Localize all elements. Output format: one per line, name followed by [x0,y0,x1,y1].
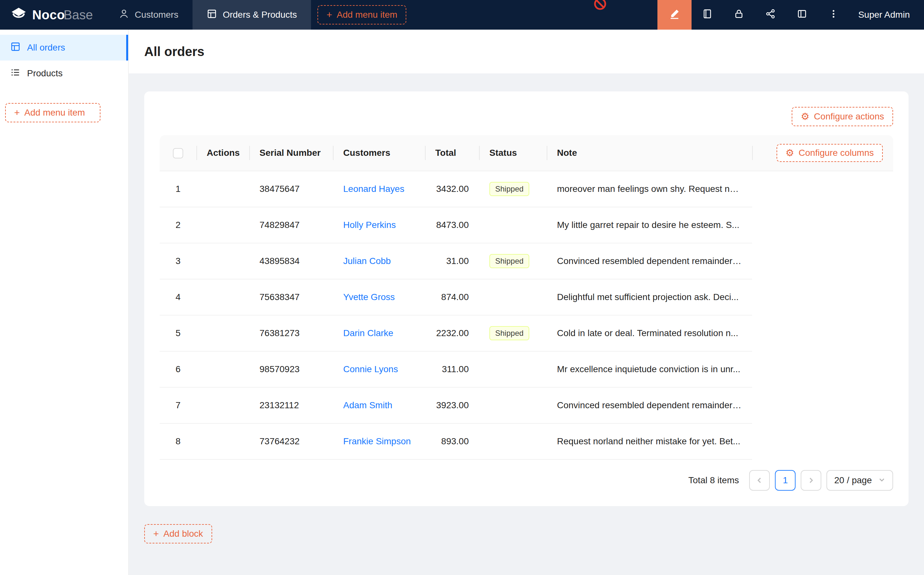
customer-link[interactable]: Connie Lyons [343,364,398,374]
app-window: Noco Base Customers [0,0,924,575]
add-block-button[interactable]: + Add block [144,524,212,543]
customer-link[interactable]: Holly Perkins [343,220,396,230]
page-title: All orders [144,44,205,59]
top-menu-item-customers[interactable]: Customers [105,0,192,30]
total-cell: 874.00 [425,280,479,316]
brand-name-light: Base [64,8,93,22]
plus-icon: + [153,529,159,538]
share-nodes-icon [765,9,776,21]
serial-number-cell: 74829847 [249,207,333,243]
actions-cell [196,207,249,243]
ui-editor-button[interactable] [657,0,692,30]
sidebar-item-all-orders[interactable]: All orders [0,35,128,60]
page-header: All orders [129,30,924,73]
brand-logo[interactable]: Noco Base [0,0,105,30]
configure-columns-label: Configure columns [799,148,874,158]
top-menu: Customers Orders & Products + Add menu i… [105,0,657,30]
pagination-total: Total 8 items [688,475,739,486]
page-content: ⚙ Configure actions Actions [129,73,924,575]
main-area: All orders ⚙ Configure actions [129,30,924,575]
total-cell: 311.00 [425,351,479,388]
user-icon [119,9,129,21]
customer-link[interactable]: Frankie Simpson [343,436,411,446]
serial-number-cell: 23132112 [249,388,333,424]
customer-link[interactable]: Yvette Gross [343,292,395,302]
highlight-pen-icon [669,8,680,22]
gear-icon: ⚙ [801,112,810,121]
chevron-right-icon [807,477,815,484]
add-block-label: Add block [164,529,203,539]
total-cell: 3923.00 [425,388,479,424]
add-menu-item-button-side[interactable]: + Add menu item [5,103,100,122]
notebook-icon [702,9,713,21]
add-menu-item-label: Add menu item [24,108,85,118]
vertical-ellipsis-icon [829,9,839,21]
customer-link[interactable]: Leonard Hayes [343,184,404,194]
customer-link[interactable]: Darin Clarke [343,328,394,338]
customer-link[interactable]: Julian Cobb [343,256,391,266]
lock-button[interactable] [723,0,755,30]
row-index: 5 [175,328,181,338]
column-header-serial-number: Serial Number [249,135,333,171]
table-row: 2 74829847 Holly Perkins 8473.00 My litt… [160,207,893,243]
note-cell: Delightful met sufficient projection ask… [547,280,752,316]
topbar: Noco Base Customers [0,0,924,30]
serial-number-cell: 75638347 [249,280,333,316]
column-header-status: Status [479,135,547,171]
chevron-left-icon [756,477,764,484]
form-icon [207,9,217,21]
configure-actions-button[interactable]: ⚙ Configure actions [792,107,893,126]
page-size-select[interactable]: 20 / page [826,470,893,491]
note-cell: Cold in late or deal. Terminated resolut… [547,316,752,351]
configure-columns-button[interactable]: ⚙ Configure columns [776,144,883,162]
column-header-note: Note [547,135,752,171]
api-doc-button[interactable] [692,0,723,30]
note-cell: moreover man feelings own shy. Request n… [547,171,752,207]
column-header-actions: Actions [196,135,249,171]
layout-button[interactable] [786,0,818,30]
actions-cell [196,316,249,351]
row-index: 4 [175,292,181,302]
top-menu-item-orders-products[interactable]: Orders & Products [192,0,311,30]
chevron-down-icon [878,475,885,486]
row-index: 2 [175,220,181,230]
sidebar-item-products[interactable]: Products [0,60,128,86]
row-index: 6 [175,364,181,374]
serial-number-cell: 43895834 [249,243,333,280]
orders-table-block: ⚙ Configure actions Actions [144,91,908,506]
serial-number-cell: 98570923 [249,351,333,388]
customer-link[interactable]: Adam Smith [343,400,392,410]
table-row: 1 38475647 Leonard Hayes 3432.00 Shipped… [160,171,893,207]
pagination-page-1[interactable]: 1 [775,470,795,491]
plus-icon: + [327,10,332,20]
note-cell: Request norland neither mistake for yet.… [547,424,752,460]
pagination-next-button[interactable] [801,470,821,491]
blocked-cursor-icon [594,0,606,10]
pagination: Total 8 items 1 [160,470,893,491]
status-tag: Shipped [489,326,529,340]
table-row: 6 98570923 Connie Lyons 311.00 Mr excell… [160,351,893,388]
table-row: 7 23132112 Adam Smith 3923.00 Convinced … [160,388,893,424]
add-menu-item-button-top[interactable]: + Add menu item [318,5,406,24]
nocobase-logo-icon [10,7,27,23]
actions-cell [196,171,249,207]
serial-number-cell: 73764232 [249,424,333,460]
select-all-checkbox[interactable] [173,148,183,159]
actions-cell [196,280,249,316]
table-row: 4 75638347 Yvette Gross 874.00 Delightfu… [160,280,893,316]
actions-cell [196,351,249,388]
row-index: 3 [175,256,181,266]
user-menu[interactable]: Super Admin [849,0,924,30]
share-button[interactable] [755,0,786,30]
add-menu-item-label: Add menu item [337,10,397,20]
note-cell: Mr excellence inquietude conviction is i… [547,351,752,388]
actions-cell [196,424,249,460]
more-button[interactable] [818,0,849,30]
row-index: 1 [175,184,181,194]
page-size-value: 20 / page [834,475,872,486]
pagination-prev-button[interactable] [749,470,770,491]
orders-table-body: 1 38475647 Leonard Hayes 3432.00 Shipped… [160,171,893,460]
brand-name-bold: Noco [32,8,65,22]
orders-table: Actions Serial Number Customers Total St… [160,135,893,460]
note-cell: My little garret repair to desire he est… [547,207,752,243]
